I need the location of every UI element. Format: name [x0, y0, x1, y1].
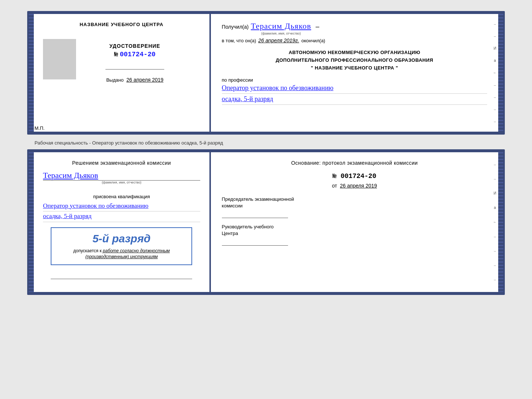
issued-line: Выдано 26 апреля 2019 — [105, 77, 164, 83]
director-section: Руководитель учебного Центра — [222, 224, 487, 246]
cert-number: № 001724-20 — [105, 51, 164, 58]
completion-date: 26 апреля 2019г. — [258, 38, 299, 43]
btick9: – — [494, 278, 496, 282]
top-doc-left: НАЗВАНИЕ УЧЕБНОГО ЦЕНТРА УДОСТОВЕРЕНИЕ №… — [34, 14, 210, 132]
chairman-sig-line — [222, 211, 288, 218]
bottom-doc-right: Основание: протокол экзаменационной коми… — [211, 152, 498, 292]
bottom-top-border-deco — [27, 149, 505, 152]
btick7: – — [494, 249, 496, 253]
mp-label: М.П. — [35, 125, 44, 131]
tick9: – — [494, 120, 496, 124]
btick8: – — [494, 263, 496, 267]
btick1: – — [494, 163, 496, 167]
separator-label: Рабочая специальность - Оператор установ… — [27, 136, 505, 149]
chairman-label: Председатель экзаменационной комиссии — [222, 196, 487, 209]
top-doc-right: Получил(а) Терасим Дьяков (фамилия, имя,… — [211, 14, 498, 132]
completed-label: окончил(а) — [301, 38, 325, 43]
director-sig-line — [222, 238, 288, 246]
tick1: – — [494, 22, 496, 26]
photo-placeholder — [43, 39, 76, 79]
fio-sublabel-top: (фамилия, имя, отчество) — [251, 32, 311, 35]
bottom-document-wrapper: Решением экзаменационной комиссии Тераси… — [27, 149, 505, 295]
org-line3: " НАЗВАНИЕ УЧЕБНОГО ЦЕНТРА " — [222, 64, 487, 72]
rank-box: 5-й разряд допускается к работе согласно… — [51, 227, 192, 266]
tick3: И — [493, 46, 496, 50]
btick4: а — [494, 206, 496, 210]
decision-text: Решением экзаменационной комиссии — [72, 160, 171, 167]
director-label: Руководитель учебного Центра — [222, 224, 487, 237]
cert-label: УДОСТОВЕРЕНИЕ — [105, 43, 164, 49]
left-spine-deco — [29, 14, 34, 132]
bottom-left-spine-deco — [29, 152, 34, 292]
in-that-label: в том, что он(а) — [222, 38, 256, 43]
received-label: Получил(а) — [222, 24, 249, 30]
org-line2: ДОПОЛНИТЕЛЬНОГО ПРОФЕССИОНАЛЬНОГО ОБРАЗО… — [222, 57, 487, 64]
bottom-doc-left: Решением экзаменационной комиссии Тераси… — [34, 152, 210, 292]
page-container: НАЗВАНИЕ УЧЕБНОГО ЦЕНТРА УДОСТОВЕРЕНИЕ №… — [7, 7, 525, 300]
tick6: – — [494, 83, 496, 87]
btick2: – — [494, 177, 496, 181]
btick3: И — [493, 191, 496, 195]
btick5: ← — [493, 220, 497, 224]
rank-value: осадка, 5-й разряд — [222, 95, 487, 105]
admit-text: допускается к работе согласно должностны… — [57, 248, 186, 260]
basis-title: Основание: протокол экзаменационной коми… — [222, 160, 487, 167]
bottom-right-spine-deco — [498, 152, 503, 292]
top-document-wrapper: НАЗВАНИЕ УЧЕБНОГО ЦЕНТРА УДОСТОВЕРЕНИЕ №… — [27, 11, 505, 135]
tick2: – — [494, 34, 496, 38]
qualified-label: присвоена квалификация — [93, 194, 150, 199]
top-doc-inner: НАЗВАНИЕ УЧЕБНОГО ЦЕНТРА УДОСТОВЕРЕНИЕ №… — [34, 14, 498, 132]
profession-value: Оператор установок по обезвоживанию — [222, 84, 487, 94]
bottom-doc-inner: Решением экзаменационной комиссии Тераси… — [34, 152, 498, 292]
bottom-bottom-border-deco — [27, 292, 505, 295]
school-name-label: НАЗВАНИЕ УЧЕБНОГО ЦЕНТРА — [80, 21, 163, 28]
org-line1: АВТОНОМНУЮ НЕКОММЕРЧЕСКУЮ ОРГАНИЗАЦИЮ — [222, 49, 487, 57]
tick4: а — [494, 58, 496, 63]
protocol-date: от 26 апреля 2019 — [222, 183, 487, 189]
rank-box-text: 5-й разряд — [57, 232, 186, 245]
org-block: АВТОНОМНУЮ НЕКОММЕРЧЕСКУЮ ОРГАНИЗАЦИЮ ДО… — [222, 49, 487, 72]
profession-label: по профессии — [222, 77, 487, 83]
chairman-section: Председатель экзаменационной комиссии — [222, 196, 487, 218]
right-spine-deco — [498, 14, 503, 132]
recipient-name: Терасим Дьяков — [251, 21, 311, 31]
tick8: – — [494, 107, 496, 111]
dash-top: – — [316, 23, 319, 31]
qualification-line2: осадка, 5-й разряд — [43, 211, 200, 222]
tick7: – — [494, 95, 496, 99]
bottom-person-name: Терасим Дьяков — [43, 171, 200, 181]
top-border-deco — [27, 11, 505, 14]
btick6: – — [494, 235, 496, 239]
qualification-line1: Оператор установок по обезвоживанию — [43, 201, 200, 212]
tick5: ← — [493, 71, 497, 75]
fio-sublabel-bottom: (фамилия, имя, отчество) — [43, 181, 200, 184]
protocol-number: № 001724-20 — [222, 172, 487, 180]
bottom-border-deco — [27, 132, 505, 135]
